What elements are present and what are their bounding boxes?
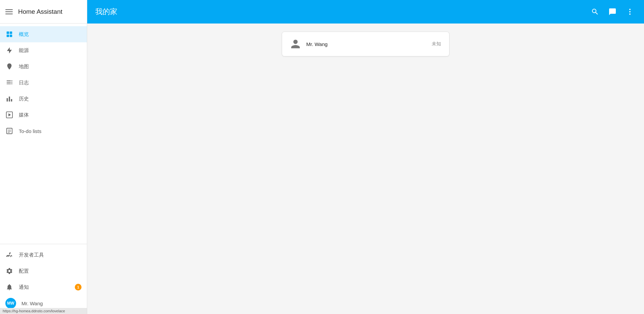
gear-icon [5,267,13,275]
sidebar-item-map[interactable]: 地图 [0,58,87,75]
svg-point-12 [11,80,12,81]
page-content: Mr. Wang 未知 [87,24,644,314]
notification-row: 通知 1 [19,284,82,290]
sidebar-label-map: 地图 [19,63,29,70]
sidebar-nav: 概览 能源 地图 [0,24,87,244]
svg-point-25 [629,11,631,12]
sidebar-label-logbook: 日志 [19,80,29,86]
sidebar-item-notifications[interactable]: 通知 1 [0,279,87,295]
svg-point-24 [629,9,631,10]
sidebar-label-todo: To-do lists [19,128,42,134]
svg-marker-7 [7,47,12,53]
more-icon[interactable] [624,6,636,18]
bell-icon [5,283,13,291]
chat-icon[interactable] [606,6,619,18]
hamburger-icon[interactable] [5,8,13,15]
sidebar-label-energy: 能源 [19,47,29,54]
sidebar-label-overview: 概览 [19,31,29,38]
svg-rect-6 [10,35,12,37]
sidebar-item-devtools[interactable]: 开发者工具 [0,247,87,263]
svg-rect-10 [7,82,11,83]
svg-rect-11 [7,84,11,84]
svg-rect-20 [7,128,12,134]
svg-rect-15 [7,98,8,101]
svg-rect-17 [11,99,12,101]
play-box-icon [5,111,13,119]
bar-chart-icon [5,95,13,103]
svg-point-26 [629,13,631,15]
sidebar-item-history[interactable]: 历史 [0,91,87,107]
url-bar: https://hg-homea.ddnsto.com/lovelace [0,308,87,314]
person-status: 未知 [432,41,441,47]
sidebar-item-todo[interactable]: To-do lists [0,123,87,139]
avatar: MW [5,298,16,309]
person-pin-icon [5,62,13,71]
sidebar-label-history: 历史 [19,96,29,102]
list-icon [5,79,13,87]
sidebar-label-media: 媒体 [19,112,29,118]
sidebar-title: Home Assistant [18,8,62,15]
search-icon[interactable] [589,6,601,18]
notification-label: 通知 [19,284,29,290]
sidebar-item-energy[interactable]: 能源 [0,42,87,58]
header-actions [589,6,636,18]
svg-rect-3 [7,32,9,34]
person-icon [290,39,301,49]
grid-icon [5,30,13,38]
wrench-icon [5,251,13,259]
svg-rect-9 [7,81,11,81]
sidebar-bottom: 开发者工具 配置 通知 1 MW M [0,244,87,314]
sidebar-item-overview[interactable]: 概览 [0,26,87,42]
todo-icon [5,127,13,135]
svg-rect-2 [5,13,13,14]
svg-rect-5 [7,35,9,37]
svg-rect-1 [5,11,13,12]
main-content: 我的家 [87,0,644,314]
svg-point-14 [11,83,12,84]
svg-rect-0 [5,9,13,10]
sidebar-item-config[interactable]: 配置 [0,263,87,279]
sidebar-item-logbook[interactable]: 日志 [0,75,87,91]
svg-rect-4 [10,32,12,34]
main-header: 我的家 [87,0,644,24]
sidebar-header: Home Assistant [0,0,87,24]
notification-badge: 1 [75,284,82,290]
svg-rect-16 [9,97,10,102]
person-name: Mr. Wang [306,41,426,47]
sidebar-label-config: 配置 [19,268,29,274]
svg-marker-19 [8,113,11,116]
svg-point-13 [11,82,12,83]
user-name: Mr. Wang [21,301,43,306]
sidebar: Home Assistant 概览 能源 [0,0,87,314]
page-title: 我的家 [95,7,589,17]
person-card: Mr. Wang 未知 [282,32,449,56]
bolt-icon [5,46,13,54]
sidebar-item-media[interactable]: 媒体 [0,107,87,123]
sidebar-label-devtools: 开发者工具 [19,252,44,258]
